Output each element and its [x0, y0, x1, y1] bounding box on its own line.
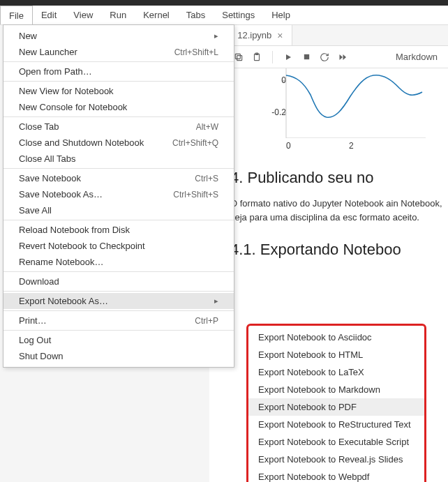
- menu-separator: [3, 168, 234, 169]
- menu-separator: [3, 271, 234, 272]
- menu-item-label: Save Notebook As…: [19, 189, 103, 199]
- menu-item-label: Save All: [19, 205, 52, 216]
- menu-item-label: Export Notebook to Markdown: [258, 384, 380, 395]
- menu-run[interactable]: Run: [101, 6, 135, 24]
- menu-item-label: Reload Notebook from Disk: [19, 225, 130, 235]
- export-item-export-notebook-to-latex[interactable]: Export Notebook to LaTeX: [248, 363, 424, 381]
- menu-item-shortcut: Alt+W: [196, 122, 218, 132]
- menu-item-label: Export Notebook to Executable Script: [258, 437, 409, 447]
- menu-item-save-notebook-as[interactable]: Save Notebook As…Ctrl+Shift+S: [3, 186, 234, 202]
- menu-item-new-view-for-notebook[interactable]: New View for Notebook: [3, 83, 234, 99]
- menu-item-label: Print…: [19, 315, 47, 326]
- menu-item-new-launcher[interactable]: New LauncherCtrl+Shift+L: [3, 44, 234, 60]
- menu-item-export-notebook-as[interactable]: Export Notebook As…▸: [3, 293, 234, 309]
- export-item-export-notebook-to-markdown[interactable]: Export Notebook to Markdown: [248, 381, 424, 398]
- notebook-toolbar: Markdown: [209, 46, 448, 68]
- menu-separator: [3, 220, 234, 220]
- menu-item-label: Rename Notebook…: [19, 257, 103, 267]
- tabbar: ítulo 12.ipynb ×: [209, 25, 448, 46]
- menu-file[interactable]: File: [0, 6, 33, 24]
- xtick-1: 2: [349, 141, 354, 151]
- output-chart: 0 -0.2 0 2: [272, 68, 426, 152]
- export-item-export-notebook-to-html[interactable]: Export Notebook to HTML: [248, 346, 424, 363]
- menu-item-new[interactable]: New▸: [3, 28, 234, 44]
- menu-item-reload-notebook-from-disk[interactable]: Reload Notebook from Disk: [3, 222, 234, 238]
- menu-item-label: Log Out: [19, 335, 51, 345]
- menu-separator: [3, 310, 234, 311]
- menu-item-shortcut: Ctrl+Shift+L: [174, 47, 218, 57]
- menu-item-label: New: [19, 31, 37, 41]
- menu-item-label: Download: [19, 276, 59, 287]
- menu-item-label: Shut Down: [19, 351, 64, 361]
- svg-rect-5: [235, 54, 240, 59]
- menu-item-label: New Launcher: [19, 47, 77, 57]
- menu-separator: [3, 291, 234, 292]
- notebook-document: 0 -0.2 0 2 4. Publicando seu no O format…: [209, 68, 448, 259]
- menu-item-revert-notebook-to-checkpoint[interactable]: Revert Notebook to Checkpoint: [3, 238, 234, 254]
- export-item-export-notebook-to-reveal-js-slides[interactable]: Export Notebook to Reveal.js Slides: [248, 451, 424, 468]
- menu-item-shortcut: Ctrl+Shift+Q: [172, 138, 218, 148]
- menu-item-download[interactable]: Download: [3, 273, 234, 289]
- menu-view[interactable]: View: [65, 6, 101, 24]
- menu-item-label: Export Notebook to Webpdf: [258, 472, 369, 482]
- heading-4-1: 4.1. Exportando Noteboo: [230, 241, 448, 259]
- paragraph-1: O formato nativo do Jupyter Notebook ain…: [230, 197, 448, 224]
- svg-rect-4: [237, 55, 242, 60]
- export-item-export-notebook-to-pdf[interactable]: Export Notebook to PDF: [248, 398, 424, 416]
- menu-separator: [3, 116, 234, 117]
- stop-icon[interactable]: [301, 52, 312, 63]
- heading-4: 4. Publicando seu no: [230, 169, 448, 187]
- run-all-icon[interactable]: [337, 52, 348, 63]
- menu-item-close-all-tabs[interactable]: Close All Tabs: [3, 151, 234, 167]
- menu-item-shortcut: Ctrl+P: [195, 316, 218, 326]
- menu-item-save-all[interactable]: Save All: [3, 202, 234, 218]
- svg-marker-11: [343, 54, 347, 60]
- menu-separator: [3, 61, 234, 62]
- menu-item-save-notebook[interactable]: Save NotebookCtrl+S: [3, 170, 234, 186]
- xtick-0: 0: [286, 141, 291, 151]
- menu-edit[interactable]: Edit: [33, 6, 65, 24]
- menu-item-label: Export Notebook to ReStructured Text: [258, 419, 411, 430]
- run-icon[interactable]: [283, 52, 294, 63]
- menu-item-label: Close All Tabs: [19, 153, 75, 164]
- export-item-export-notebook-to-restructured-text[interactable]: Export Notebook to ReStructured Text: [248, 416, 424, 433]
- menu-item-close-and-shutdown-notebook[interactable]: Close and Shutdown NotebookCtrl+Shift+Q: [3, 135, 234, 151]
- menu-tabs[interactable]: Tabs: [178, 6, 214, 24]
- menu-item-shut-down[interactable]: Shut Down: [3, 348, 234, 364]
- export-item-export-notebook-to-asciidoc[interactable]: Export Notebook to Asciidoc: [248, 329, 424, 346]
- menu-help[interactable]: Help: [263, 6, 299, 24]
- file-menu-dropdown: New▸New LauncherCtrl+Shift+LOpen from Pa…: [3, 24, 234, 368]
- menubar: File Edit View Run Kernel Tabs Settings …: [0, 6, 448, 25]
- close-icon[interactable]: ×: [277, 30, 283, 41]
- menu-item-label: Close and Shutdown Notebook: [19, 137, 144, 148]
- line-plot: [272, 68, 426, 138]
- menu-item-label: New View for Notebook: [19, 86, 114, 96]
- menu-item-label: Export Notebook to Reveal.js Slides: [258, 454, 403, 465]
- menu-item-log-out[interactable]: Log Out: [3, 332, 234, 348]
- chevron-right-icon: ▸: [214, 296, 218, 306]
- menu-item-label: Export Notebook to HTML: [258, 349, 363, 360]
- export-item-export-notebook-to-executable-script[interactable]: Export Notebook to Executable Script: [248, 433, 424, 451]
- window-titlebar: [0, 0, 448, 6]
- svg-marker-10: [340, 54, 343, 60]
- menu-item-label: Close Tab: [19, 121, 59, 132]
- menu-item-label: Revert Notebook to Checkpoint: [19, 241, 145, 251]
- export-item-export-notebook-to-webpdf[interactable]: Export Notebook to Webpdf: [248, 468, 424, 482]
- menu-item-rename-notebook[interactable]: Rename Notebook…: [3, 254, 234, 270]
- menu-kernel[interactable]: Kernel: [135, 6, 178, 24]
- menu-item-open-from-path[interactable]: Open from Path…: [3, 63, 234, 80]
- paste-icon[interactable]: [251, 52, 262, 63]
- copy-icon[interactable]: [233, 52, 244, 63]
- menu-item-label: Open from Path…: [19, 66, 92, 77]
- cell-type-select[interactable]: Markdown: [391, 50, 442, 64]
- restart-icon[interactable]: [319, 52, 330, 63]
- menu-item-label: Export Notebook As…: [19, 296, 108, 306]
- chevron-right-icon: ▸: [214, 31, 218, 40]
- menu-item-close-tab[interactable]: Close TabAlt+W: [3, 119, 234, 135]
- export-submenu: Export Notebook to AsciidocExport Notebo…: [246, 324, 426, 482]
- menu-item-new-console-for-notebook[interactable]: New Console for Notebook: [3, 99, 234, 115]
- menu-settings[interactable]: Settings: [214, 6, 263, 24]
- menu-item-label: Export Notebook to Asciidoc: [258, 332, 372, 342]
- menu-item-print[interactable]: Print…Ctrl+P: [3, 312, 234, 329]
- menu-item-shortcut: Ctrl+S: [195, 174, 218, 183]
